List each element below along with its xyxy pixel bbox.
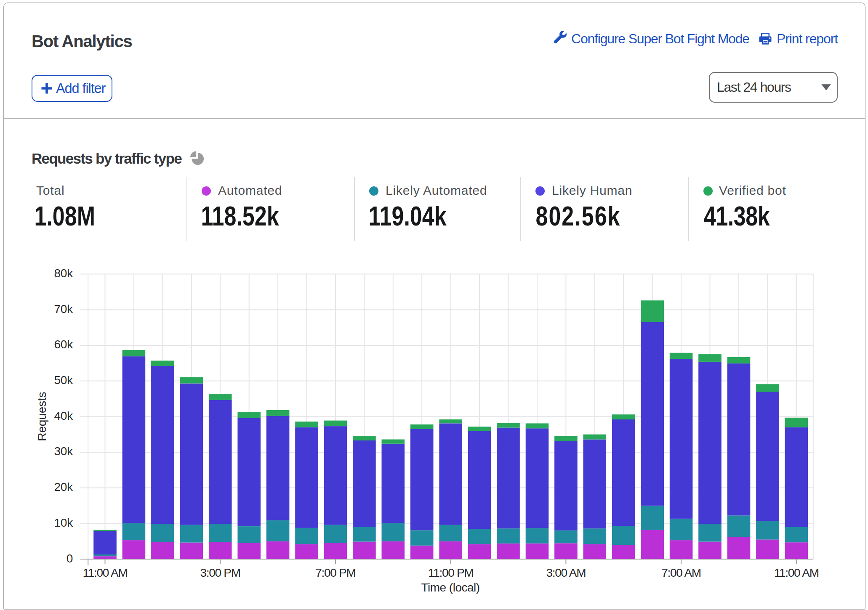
svg-text:40k: 40k — [54, 409, 73, 422]
svg-text:7:00 PM: 7:00 PM — [315, 566, 355, 579]
svg-text:Time (local): Time (local) — [421, 581, 479, 594]
svg-text:11:00 AM: 11:00 AM — [83, 566, 128, 579]
svg-text:11:00 AM: 11:00 AM — [774, 566, 819, 579]
svg-text:0: 0 — [67, 552, 73, 565]
svg-text:10k: 10k — [54, 516, 73, 529]
svg-text:3:00 PM: 3:00 PM — [200, 566, 240, 579]
svg-text:50k: 50k — [54, 374, 73, 387]
svg-text:30k: 30k — [54, 445, 73, 458]
svg-text:11:00 PM: 11:00 PM — [428, 566, 473, 579]
svg-text:80k: 80k — [54, 267, 73, 280]
svg-text:7:00 AM: 7:00 AM — [661, 566, 701, 579]
svg-text:60k: 60k — [54, 338, 73, 351]
svg-text:20k: 20k — [54, 480, 73, 493]
svg-text:Requests: Requests — [35, 392, 48, 441]
svg-text:3:00 AM: 3:00 AM — [546, 566, 586, 579]
svg-text:70k: 70k — [54, 302, 73, 316]
